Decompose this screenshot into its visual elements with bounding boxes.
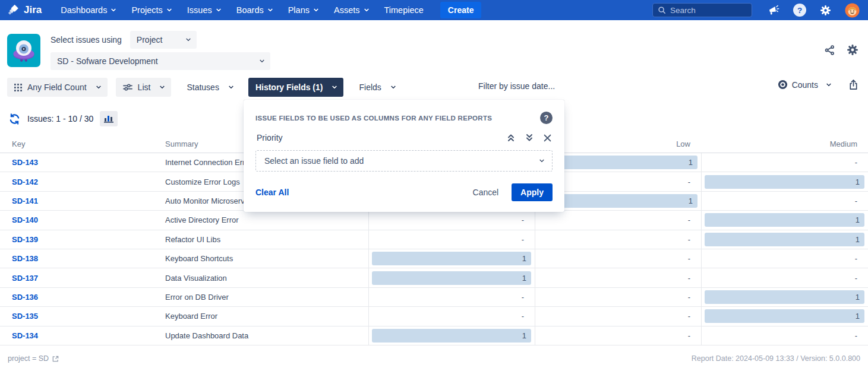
count-value: 1 — [689, 158, 693, 167]
fields-label: Fields — [359, 83, 381, 92]
create-button[interactable]: Create — [440, 2, 482, 18]
count-value: 1 — [856, 235, 860, 244]
avatar[interactable] — [845, 3, 860, 18]
issue-summary: Data Visualization — [160, 268, 368, 287]
issue-source-value: Project — [137, 35, 163, 45]
count-bar[interactable]: 1 — [372, 329, 531, 343]
issue-key-link[interactable]: SD-140 — [7, 211, 160, 229]
empty-value: - — [535, 312, 701, 321]
gear-icon[interactable] — [820, 5, 831, 16]
nav-menu-item[interactable]: Issues — [187, 5, 220, 15]
report-info: Report Date: 2024-05-09 13:33 / Version:… — [692, 354, 860, 363]
table-row: SD-134 Update Dashboard Data 1 - - — [0, 326, 868, 345]
popup-help-icon[interactable]: ? — [540, 112, 553, 124]
grid-icon — [14, 84, 22, 91]
cancel-button[interactable]: Cancel — [473, 188, 499, 197]
toolbar-right: Counts — [778, 79, 858, 90]
cell-hidden-column: 1 — [368, 326, 535, 345]
external-link-icon[interactable] — [52, 355, 59, 363]
issue-key-link[interactable]: SD-143 — [7, 153, 160, 172]
chevron-down-icon — [391, 84, 396, 88]
close-icon[interactable] — [544, 134, 551, 142]
count-value: 1 — [522, 254, 526, 263]
count-bar[interactable]: 1 — [705, 233, 864, 246]
counts-button[interactable]: Counts — [778, 80, 831, 90]
chevron-down-icon — [364, 7, 368, 11]
count-bar[interactable]: 1 — [705, 213, 864, 227]
issue-key-link[interactable]: SD-138 — [7, 249, 160, 268]
count-bar[interactable]: 1 — [372, 271, 531, 285]
search-icon — [658, 6, 666, 14]
fields-button[interactable]: Fields — [352, 78, 402, 97]
count-bar[interactable]: 1 — [372, 252, 531, 265]
selected-field-row: Priority — [255, 133, 553, 142]
issue-key-link[interactable]: SD-137 — [7, 268, 160, 287]
issue-key-link[interactable]: SD-141 — [7, 192, 160, 210]
cell-medium: - — [701, 249, 868, 268]
count-value: 1 — [522, 274, 526, 283]
megaphone-icon[interactable] — [768, 4, 779, 16]
nav-menu-item[interactable]: Plans — [288, 5, 318, 15]
table-row: SD-135 Keyboard Error - - 1 — [0, 307, 868, 326]
statuses-label: Statuses — [187, 83, 219, 92]
empty-value: - — [369, 312, 535, 321]
help-icon[interactable]: ? — [793, 4, 806, 17]
share-icon[interactable] — [824, 44, 835, 56]
count-bar[interactable]: 1 — [705, 290, 864, 304]
issue-key-link[interactable]: SD-136 — [7, 288, 160, 306]
clear-all-link[interactable]: Clear All — [255, 188, 289, 197]
chevron-down-icon — [229, 84, 233, 88]
empty-value: - — [702, 196, 868, 205]
nav-menu-item[interactable]: Dashboards — [61, 5, 115, 15]
nav-menu-item-label: Timepiece — [384, 5, 424, 15]
chevron-down-icon — [111, 7, 116, 11]
add-field-select[interactable]: Select an issue field to add — [255, 150, 553, 172]
footer-filter: project = SD — [8, 354, 59, 363]
cell-medium: - — [701, 326, 868, 345]
export-icon[interactable] — [848, 79, 858, 90]
apply-button[interactable]: Apply — [512, 183, 553, 201]
nav-right-icons: ? — [768, 3, 860, 18]
chevron-down-icon — [160, 84, 165, 88]
refresh-icon[interactable] — [8, 113, 21, 125]
nav-menu-item[interactable]: Boards — [236, 5, 272, 15]
popup-header: ISSUE FIELDS TO BE USED AS COLUMNS FOR A… — [255, 112, 553, 124]
list-view-button[interactable]: List — [116, 78, 172, 97]
cell-low: - — [535, 307, 701, 325]
any-field-count-button[interactable]: Any Field Count — [7, 78, 108, 97]
empty-value: - — [535, 331, 701, 340]
empty-value: - — [702, 274, 868, 283]
nav-menu-item[interactable]: Assets — [334, 5, 368, 15]
nav-menu-item-label: Plans — [288, 5, 310, 15]
field-actions — [507, 134, 551, 142]
issue-key-link[interactable]: SD-134 — [7, 326, 160, 345]
issue-key-link[interactable]: SD-139 — [7, 230, 160, 249]
issue-source-select[interactable]: Project — [130, 31, 197, 49]
empty-value: - — [535, 235, 701, 244]
chevron-down-icon — [314, 7, 318, 11]
history-fields-button[interactable]: History Fields (1) — [248, 78, 344, 97]
chevron-down-icon — [826, 81, 831, 86]
double-chevron-up-icon[interactable] — [507, 134, 515, 142]
eye-icon — [778, 80, 788, 90]
nav-menu-item[interactable]: Timepiece — [384, 5, 424, 15]
count-bar[interactable]: 1 — [705, 175, 864, 189]
issue-summary: Keyboard Shortcuts — [160, 249, 368, 268]
statuses-button[interactable]: Statuses — [179, 78, 239, 97]
bar-chart-icon[interactable] — [100, 111, 118, 126]
table-row: SD-138 Keyboard Shortcuts 1 - - — [0, 249, 868, 268]
count-bar[interactable]: 1 — [705, 309, 864, 323]
issue-date-filter-input[interactable] — [478, 81, 615, 91]
project-select[interactable]: SD - Sofware Development — [50, 52, 270, 70]
issue-summary: Keyboard Error — [160, 307, 368, 325]
double-chevron-down-icon[interactable] — [525, 134, 534, 142]
jira-brand[interactable]: Jira — [8, 4, 42, 16]
settings-gear-icon[interactable] — [847, 44, 858, 56]
chevron-down-icon — [167, 7, 172, 11]
issue-key-link[interactable]: SD-142 — [7, 172, 160, 191]
nav-menu-item[interactable]: Projects — [131, 5, 171, 15]
search-input[interactable] — [670, 6, 747, 15]
cell-medium: - — [701, 192, 868, 210]
issue-key-link[interactable]: SD-135 — [7, 307, 160, 325]
global-search[interactable] — [652, 3, 752, 17]
